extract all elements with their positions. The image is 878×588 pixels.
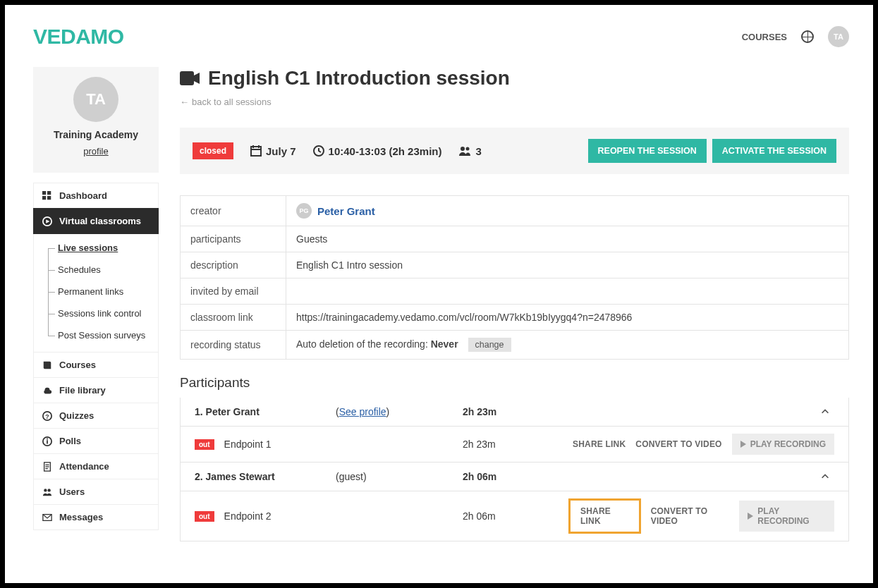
invited-label: invited by email	[181, 278, 286, 305]
reopen-session-button[interactable]: REOPEN THE SESSION	[588, 139, 707, 163]
endpoint-duration: 2h 06m	[463, 510, 568, 522]
main-content: English C1 Introduction session ← back t…	[180, 67, 849, 583]
svg-rect-9	[47, 440, 48, 443]
paren-close: )	[386, 406, 390, 417]
menu-files-label: File library	[59, 385, 106, 396]
svg-rect-0	[42, 191, 46, 195]
submenu-post-surveys[interactable]: Post Session surveys	[48, 324, 158, 346]
envelope-icon	[42, 513, 52, 522]
play-recording-button[interactable]: PLAY RECORDING	[739, 501, 834, 532]
p2-num: 2.	[195, 471, 203, 482]
svg-rect-10	[47, 438, 48, 439]
count-text: 3	[475, 145, 481, 157]
chevron-up-icon[interactable]	[820, 472, 830, 482]
convert-video-button[interactable]: CONVERT TO VIDEO	[635, 439, 721, 449]
book-icon	[42, 360, 52, 370]
creator-link[interactable]: Peter Grant	[317, 205, 375, 217]
description-value: English C1 Intro session	[286, 252, 849, 278]
svg-point-26	[466, 147, 470, 151]
p2-duration: 2h 06m	[463, 471, 820, 482]
svg-text:?: ?	[45, 412, 49, 419]
nav-courses[interactable]: COURSES	[742, 32, 787, 42]
classroom-link-label: classroom link	[181, 305, 286, 331]
svg-marker-5	[46, 219, 49, 223]
brand-logo[interactable]: VEDAMO	[33, 25, 124, 49]
menu-polls[interactable]: Polls	[33, 428, 159, 453]
top-bar: VEDAMO COURSES TA	[33, 25, 849, 49]
menu-quizzes-label: Quizzes	[59, 410, 94, 421]
session-status-bar: closed July 7 10:40-13:03 (2h 23min) 3	[180, 128, 849, 174]
menu-virtual-classrooms[interactable]: Virtual classrooms	[33, 208, 159, 234]
profile-name: Training Academy	[40, 129, 152, 140]
play-recording-button[interactable]: PLAY RECORDING	[732, 434, 834, 455]
menu-courses[interactable]: Courses	[33, 352, 159, 377]
p1-num: 1.	[195, 406, 203, 417]
menu-attendance[interactable]: Attendance	[33, 453, 159, 479]
see-profile-link[interactable]: See profile	[339, 406, 386, 417]
endpoint-duration: 2h 23m	[463, 439, 568, 450]
description-label: description	[181, 252, 286, 278]
people-icon	[458, 145, 471, 157]
back-link[interactable]: ← back to all sessions	[180, 97, 272, 107]
profile-link[interactable]: profile	[83, 146, 108, 157]
recording-status-value: Auto deletion of the recording: Never ch…	[286, 331, 849, 360]
time-text: 10:40-13:03 (2h 23min)	[329, 145, 442, 157]
submenu-perm-links[interactable]: Permanent links	[48, 281, 158, 302]
menu-messages[interactable]: Messages	[33, 504, 159, 530]
user-avatar[interactable]: TA	[828, 26, 849, 47]
globe-icon[interactable]	[801, 30, 814, 43]
svg-rect-2	[42, 196, 46, 200]
activate-session-button[interactable]: ACTIVATE THE SESSION	[712, 139, 836, 163]
menu-file-library[interactable]: File library	[33, 377, 159, 403]
menu-users-label: Users	[59, 486, 85, 497]
back-label: back to all sessions	[192, 97, 272, 107]
main-menu-2: Courses File library ? Quizzes Polls	[33, 352, 159, 530]
menu-dashboard[interactable]: Dashboard	[33, 183, 159, 208]
cloud-icon	[42, 386, 52, 396]
svg-rect-3	[47, 196, 51, 200]
question-icon: ?	[42, 411, 52, 421]
submenu-live-label: Live sessions	[58, 243, 118, 253]
endpoint-name: Endpoint 1	[224, 439, 272, 450]
participants-heading: Participants	[180, 375, 849, 391]
creator-avatar: PG	[296, 203, 312, 219]
convert-video-button[interactable]: CONVERT TO VIDEO	[651, 506, 730, 526]
info-icon	[42, 436, 52, 446]
menu-quizzes[interactable]: ? Quizzes	[33, 403, 159, 428]
date-text: July 7	[266, 145, 296, 157]
menu-dashboard-label: Dashboard	[59, 190, 107, 201]
svg-rect-18	[180, 71, 194, 85]
menu-courses-label: Courses	[59, 360, 96, 370]
svg-point-25	[461, 147, 465, 151]
menu-vclass-label: Virtual classrooms	[59, 216, 141, 226]
participant-row[interactable]: 1. Peter Grant (See profile) 2h 23m	[180, 398, 849, 427]
svg-point-15	[44, 489, 47, 491]
endpoint-row: out Endpoint 1 2h 23m SHARE LINK CONVERT…	[180, 427, 849, 463]
session-time: 10:40-13:03 (2h 23min)	[313, 145, 442, 157]
arrow-left-icon: ←	[180, 97, 189, 107]
submenu-link-control[interactable]: Sessions link control	[48, 302, 158, 324]
creator-label: creator	[181, 196, 286, 226]
participant-row[interactable]: 2. James Stewart (guest) 2h 06m	[180, 463, 849, 491]
submenu-perm-label: Permanent links	[58, 286, 123, 297]
change-button[interactable]: change	[468, 338, 511, 352]
share-link-button[interactable]: SHARE LINK	[573, 439, 626, 449]
page-title: English C1 Introduction session	[208, 67, 510, 90]
session-info-table: creator PGPeter Grant participants Guest…	[180, 195, 849, 360]
menu-users[interactable]: Users	[33, 479, 159, 504]
session-count: 3	[458, 145, 481, 157]
play-circle-icon	[42, 216, 52, 226]
submenu-sched-label: Schedules	[58, 264, 101, 275]
submenu-live-sessions[interactable]: Live sessions	[48, 237, 158, 259]
share-link-button[interactable]: SHARE LINK	[568, 498, 641, 534]
menu-polls-label: Polls	[59, 436, 81, 446]
endpoint-name: Endpoint 2	[224, 510, 272, 522]
svg-point-16	[47, 489, 50, 491]
svg-marker-19	[194, 73, 200, 84]
participants-value: Guests	[286, 226, 849, 252]
submenu-schedules[interactable]: Schedules	[48, 259, 158, 281]
chevron-up-icon[interactable]	[820, 407, 830, 417]
calendar-icon	[250, 145, 262, 157]
participants-label: participants	[181, 226, 286, 252]
session-date: July 7	[250, 145, 296, 157]
